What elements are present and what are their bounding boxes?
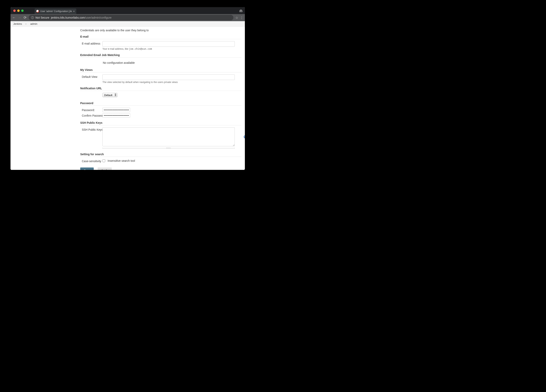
browser-menu-icon[interactable]: ⋮ — [240, 16, 243, 19]
default-view-label: Default View — [80, 74, 102, 78]
breadcrumb-link[interactable]: Jenkins — [13, 22, 22, 25]
email-address-input[interactable] — [102, 41, 235, 47]
section-notification-url: Notification URL — [80, 85, 241, 91]
tab-strip: User 'admin' Configuration [Je × — [11, 7, 245, 14]
breadcrumb-link[interactable]: admin — [30, 22, 37, 25]
incognito-icon — [239, 7, 243, 14]
default-view-input[interactable] — [102, 74, 235, 80]
back-button[interactable]: ← — [12, 16, 16, 20]
jenkins-favicon — [36, 10, 39, 13]
confirm-password-input[interactable] — [102, 113, 130, 118]
password-input[interactable] — [102, 108, 130, 112]
default-view-help: The view selected by default when naviga… — [102, 80, 241, 85]
credentials-note: Credentials are only available to the us… — [80, 29, 241, 32]
section-search-settings: Setting for search — [80, 151, 241, 157]
close-tab-icon[interactable]: × — [73, 10, 75, 13]
forward-button[interactable]: → — [18, 16, 21, 20]
case-sensitivity-label: Case-sensitivity — [80, 159, 102, 163]
tab-title: User 'admin' Configuration [Je — [40, 10, 72, 13]
browser-toolbar: ← → ⟳ i Not Secure jenkins.k8s.kumorilab… — [11, 14, 245, 21]
page-viewport: Jenkins ▸ admin Credentials are only ava… — [11, 21, 245, 170]
browser-window: User 'admin' Configuration [Je × ← → ⟳ i… — [11, 7, 245, 170]
window-controls — [12, 7, 25, 14]
minimize-window-button[interactable] — [17, 9, 20, 12]
site-info-icon[interactable]: i — [31, 16, 34, 19]
section-ssh-keys: SSH Public Keys — [80, 120, 241, 125]
form-actions: Save Apply — [80, 163, 241, 170]
breadcrumb: Jenkins ▸ admin — [11, 21, 245, 27]
apply-button[interactable]: Apply — [98, 167, 112, 170]
email-help-text: Your e-mail address, like joe.chin@sun.c… — [102, 47, 241, 52]
section-my-views: My Views — [80, 67, 241, 72]
ssh-keys-label: SSH Public Keys — [80, 127, 102, 131]
security-label: Not Secure — [35, 16, 49, 19]
notification-url-select[interactable]: Default — [102, 93, 117, 97]
svg-point-0 — [240, 11, 241, 12]
section-email: E-mail — [80, 34, 241, 39]
password-label: Password: — [80, 108, 102, 112]
email-address-label: E-mail address — [80, 41, 102, 45]
confirm-password-label: Confirm Password: — [80, 113, 102, 117]
reload-button[interactable]: ⟳ — [23, 15, 27, 20]
section-password: Password — [80, 100, 241, 106]
section-extended-email: Extended Email Job Watching — [80, 52, 241, 58]
ssh-keys-textarea[interactable] — [102, 127, 235, 146]
insensitive-search-checkbox[interactable] — [102, 159, 105, 162]
fullscreen-window-button[interactable] — [21, 9, 24, 12]
textarea-resize-handle[interactable] — [102, 148, 235, 149]
browser-tab[interactable]: User 'admin' Configuration [Je × — [35, 8, 76, 14]
save-button[interactable]: Save — [80, 167, 94, 170]
svg-point-1 — [241, 11, 242, 12]
insensitive-search-label: Insensitive search tool — [108, 159, 135, 162]
config-form: Credentials are only available to the us… — [11, 27, 245, 170]
page-body: Jenkins ▸ admin Credentials are only ava… — [11, 21, 245, 170]
close-window-button[interactable] — [13, 9, 16, 12]
extended-email-message: No configuration available — [80, 59, 241, 67]
chevron-right-icon: ▸ — [26, 23, 27, 25]
address-bar[interactable]: i Not Secure jenkins.k8s.kumorilabs.com/… — [29, 15, 233, 20]
url-text: jenkins.k8s.kumorilabs.com/user/admin/co… — [51, 16, 111, 19]
help-icon[interactable]: ? — [244, 135, 245, 138]
bookmark-star-icon[interactable]: ☆ — [235, 16, 238, 19]
